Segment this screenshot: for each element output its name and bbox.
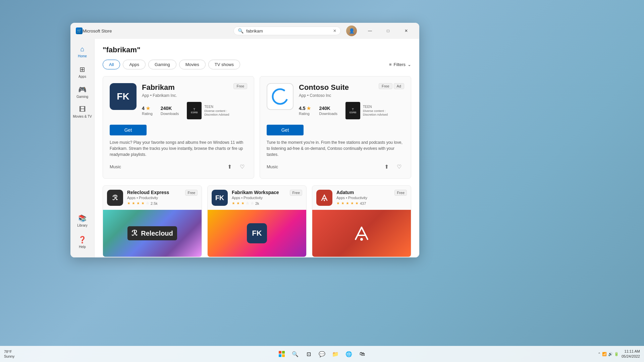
volume-icon: 🔊 bbox=[608, 352, 613, 356]
store-taskbar-button[interactable]: 🛍 bbox=[356, 348, 368, 360]
small-card-fabrikam-workspace: FK Fabrikam Workspace Apps • Productivit… bbox=[207, 185, 307, 257]
sidebar-item-library[interactable]: 📚 Library bbox=[72, 210, 93, 231]
search-input[interactable] bbox=[246, 28, 330, 34]
adatum-icon bbox=[316, 190, 332, 206]
main-content: "fabrikam" All Apps Gaming Movies TV sho… bbox=[95, 39, 419, 257]
store-taskbar-icon: 🛍 bbox=[360, 351, 365, 357]
weather-desc: Sunny bbox=[4, 354, 14, 359]
windows-logo bbox=[279, 351, 285, 357]
app-icon: 🛒 bbox=[76, 27, 83, 34]
featured-card-fabrikam: FK Free Fabrikam App • Fabrikam Inc. bbox=[103, 76, 254, 179]
contoso-esrb-rating: TEEN Diverse content : Discretion Advise… bbox=[363, 105, 390, 117]
contoso-badges: Free Ad bbox=[379, 83, 404, 89]
sidebar-item-apps[interactable]: ⊞ Apps bbox=[72, 62, 93, 82]
contoso-stats: 4.5 ★ Rating 240K Downloads bbox=[299, 102, 404, 119]
fabrikam-ws-banner: FK bbox=[208, 210, 306, 257]
contoso-get-button[interactable]: Get bbox=[267, 125, 304, 135]
sidebar: ⌂ Home ⊞ Apps 🎮 Gaming 🎞 Movies & TV bbox=[70, 39, 95, 257]
help-icon: ❓ bbox=[78, 236, 87, 244]
sidebar-item-movies-tv[interactable]: 🎞 Movies & TV bbox=[72, 102, 93, 122]
contoso-category-label: Music bbox=[267, 164, 278, 169]
user-avatar[interactable]: 👤 bbox=[346, 25, 357, 36]
chevron-up-icon[interactable]: ⌃ bbox=[598, 352, 601, 356]
share-button[interactable]: ⬆ bbox=[224, 162, 234, 172]
contoso-wishlist-button[interactable]: ♡ bbox=[394, 162, 404, 172]
minimize-button[interactable]: — bbox=[362, 25, 378, 36]
wishlist-button[interactable]: ♡ bbox=[237, 162, 247, 172]
small-card-adatum: Adatum Apps • Productivity ★ ★ ★ ★ ★ bbox=[312, 185, 411, 257]
svg-point-0 bbox=[273, 89, 287, 104]
clear-search-icon[interactable]: ✕ bbox=[333, 28, 336, 33]
folder-icon: 📁 bbox=[332, 351, 339, 357]
filter-gaming[interactable]: Gaming bbox=[148, 60, 176, 69]
adatum-badge: Free bbox=[394, 190, 407, 196]
sidebar-item-home[interactable]: ⌂ Home bbox=[72, 42, 93, 62]
featured-info: Free Fabrikam App • Fabrikam Inc. 4 bbox=[142, 83, 247, 119]
chat-button[interactable]: 💬 bbox=[316, 348, 328, 360]
clock[interactable]: 11:11 AM 05/24/2022 bbox=[622, 349, 640, 359]
filters-button[interactable]: ≡ Filters ⌄ bbox=[389, 62, 411, 67]
featured-card-header: FK Free Fabrikam App • Fabrikam Inc. bbox=[110, 83, 247, 119]
downloads-stat: 240K Downloads bbox=[161, 106, 179, 116]
fabrikam-ws-info: Fabrikam Workspace Apps • Productivity ★… bbox=[232, 190, 286, 205]
sidebar-item-help[interactable]: ❓ Help bbox=[72, 232, 93, 252]
relecloud-header: ℛ Relecloud Express Apps • Productivity … bbox=[103, 186, 202, 210]
search-taskbar-button[interactable]: 🔍 bbox=[289, 348, 301, 360]
featured-card-contoso: Free Ad Contoso Suite App • Contoso Inc bbox=[260, 76, 411, 179]
relecloud-icon: ℛ bbox=[107, 190, 123, 206]
relecloud-rating: ★ ★ ★ ★ ☆ 2.5k bbox=[127, 201, 181, 205]
filter-tv-shows[interactable]: TV shows bbox=[208, 60, 240, 69]
small-card-relecloud: ℛ Relecloud Express Apps • Productivity … bbox=[103, 185, 202, 257]
adatum-name: Adatum bbox=[336, 190, 390, 195]
microsoft-store-window: 🛒 Microsoft Store 🔍 ✕ 👤 — □ ✕ bbox=[70, 23, 419, 257]
fabrikam-get-button[interactable]: Get bbox=[110, 125, 147, 135]
search-bar[interactable]: 🔍 ✕ bbox=[233, 26, 341, 35]
maximize-button[interactable]: □ bbox=[380, 25, 396, 36]
star-icon: ★ bbox=[146, 106, 150, 111]
window-title: Microsoft Store bbox=[83, 28, 233, 34]
filter-apps[interactable]: Apps bbox=[123, 60, 146, 69]
contoso-share-button[interactable]: ⬆ bbox=[381, 162, 391, 172]
file-explorer-button[interactable]: 📁 bbox=[329, 348, 341, 360]
category-label: Music bbox=[110, 164, 121, 169]
svg-point-2 bbox=[360, 238, 363, 241]
edge-button[interactable]: 🌐 bbox=[343, 348, 355, 360]
taskbar-right: ⌃ 📶 🔊 🔋 11:11 AM 05/24/2022 bbox=[598, 349, 644, 359]
movies-icon: 🎞 bbox=[79, 106, 86, 113]
fabrikam-ws-badge: Free bbox=[290, 190, 302, 196]
filter-all[interactable]: All bbox=[103, 60, 120, 69]
contoso-esrb-section: T ESRB TEEN Diverse content : Discretion… bbox=[345, 102, 390, 119]
relecloud-name: Relecloud Express bbox=[127, 190, 181, 195]
date-display: 05/24/2022 bbox=[622, 354, 640, 359]
filter-bar: All Apps Gaming Movies TV shows ≡ Filter… bbox=[103, 60, 411, 69]
task-view-button[interactable]: ⊡ bbox=[303, 348, 315, 360]
contoso-info: Free Ad Contoso Suite App • Contoso Inc bbox=[299, 83, 404, 119]
featured-footer: Music ⬆ ♡ bbox=[110, 162, 247, 172]
filter-lines-icon: ≡ bbox=[389, 62, 392, 67]
library-icon: 📚 bbox=[78, 214, 87, 222]
featured-stats: 4 ★ Rating 240K Downloads bbox=[142, 102, 247, 119]
adatum-rating: ★ ★ ★ ★ ★ 437 bbox=[336, 201, 390, 205]
fabrikam-ws-logo: FK bbox=[247, 223, 267, 243]
fabrikam-ws-icon: FK bbox=[212, 190, 228, 206]
adatum-header: Adatum Apps • Productivity ★ ★ ★ ★ ★ bbox=[312, 186, 411, 210]
search-query-heading: "fabrikam" bbox=[103, 46, 411, 54]
sidebar-item-gaming[interactable]: 🎮 Gaming bbox=[72, 82, 93, 102]
search-taskbar-icon: 🔍 bbox=[292, 351, 299, 357]
contoso-description: Tune to the moment you're in. From the f… bbox=[267, 139, 404, 158]
fabrikam-ws-rating: ★ ★ ★ ☆ ☆ 2k bbox=[232, 201, 286, 205]
filter-movies[interactable]: Movies bbox=[179, 60, 206, 69]
esrb-section: T ESRB TEEN Diverse content : Discretion… bbox=[187, 102, 231, 119]
weather-widget: 78°F Sunny bbox=[4, 349, 14, 359]
rating-stat: 4 ★ Rating bbox=[142, 106, 153, 116]
start-button[interactable] bbox=[276, 348, 288, 360]
adatum-banner bbox=[312, 210, 411, 257]
taskbar: 78°F Sunny 🔍 ⊡ 💬 bbox=[0, 346, 644, 362]
featured-description: Love music? Play your favorite songs and… bbox=[110, 139, 247, 158]
free-badge-contoso: Free bbox=[379, 83, 392, 89]
ad-badge: Ad bbox=[394, 83, 404, 89]
apps-icon: ⊞ bbox=[79, 65, 85, 73]
close-button[interactable]: ✕ bbox=[398, 25, 414, 36]
contoso-downloads-stat: 240K Downloads bbox=[319, 106, 337, 116]
fabrikam-ws-name: Fabrikam Workspace bbox=[232, 190, 286, 195]
